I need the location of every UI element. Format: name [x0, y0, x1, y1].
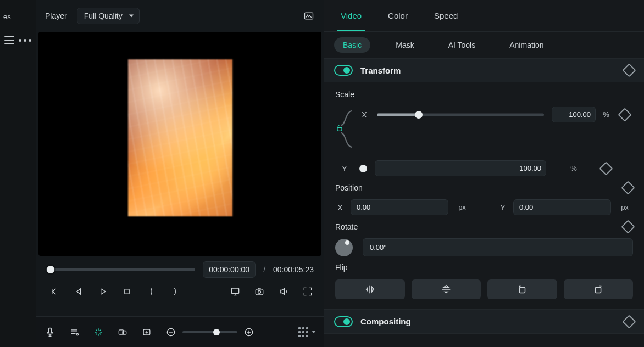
rotate-input[interactable]: 0.00°	[363, 238, 633, 256]
rotate-dial[interactable]	[335, 239, 353, 256]
time-current[interactable]: 00:00:00:00	[203, 261, 256, 278]
auto-enhance-button[interactable]	[92, 326, 104, 338]
quality-dropdown[interactable]: Full Quality	[77, 8, 140, 24]
rotate-cw-button[interactable]	[487, 279, 557, 299]
mark-in-button[interactable]	[145, 286, 157, 298]
rail-row[interactable]	[0, 33, 36, 47]
transform-title: Transform	[360, 66, 401, 75]
svg-rect-3	[256, 289, 263, 295]
scale-x-value[interactable]: 100.00	[552, 107, 596, 122]
flip-controls	[335, 279, 633, 299]
marker-button[interactable]	[141, 326, 153, 338]
play-button[interactable]	[97, 286, 109, 298]
time-separator: /	[263, 265, 265, 274]
rotate-label: Rotate	[335, 222, 358, 231]
position-controls: X 0.00 px Y 0.00 px	[335, 199, 633, 215]
zoom-slider[interactable]	[182, 331, 237, 333]
mark-out-button[interactable]	[169, 286, 181, 298]
snapshot-button[interactable]	[253, 286, 265, 298]
list-icon	[4, 36, 14, 44]
display-settings-button[interactable]	[229, 286, 241, 298]
scale-controls: X 100.00 % Y 100.00 %	[335, 107, 633, 176]
subtab-animation[interactable]: Animation	[501, 37, 552, 53]
tab-speed[interactable]: Speed	[433, 1, 459, 30]
zoom-in-button[interactable]	[243, 326, 255, 338]
zoom-control	[165, 326, 255, 338]
volume-button[interactable]	[277, 286, 290, 298]
compositing-keyframe-button[interactable]	[622, 315, 636, 328]
flip-horizontal-button[interactable]	[335, 279, 405, 299]
svg-rect-12	[337, 127, 342, 131]
view-options-button[interactable]	[298, 327, 316, 337]
subtab-mask[interactable]: Mask	[387, 37, 423, 53]
music-button[interactable]	[68, 326, 80, 338]
svg-point-4	[258, 290, 261, 293]
compositing-toggle[interactable]	[334, 316, 353, 327]
svg-rect-1	[125, 289, 129, 294]
transition-button[interactable]	[116, 326, 129, 338]
bottom-toolbar	[36, 316, 324, 347]
chevron-down-icon	[312, 331, 316, 333]
player-controls: 00:00:00:00 / 00:00:05:23	[36, 256, 324, 316]
transform-keyframe-button[interactable]	[622, 63, 636, 77]
rail-tab-label: es	[0, 0, 36, 33]
scale-x-slider[interactable]	[377, 113, 544, 117]
svg-rect-5	[49, 328, 52, 333]
position-x-input[interactable]: 0.00	[351, 199, 448, 215]
subtab-basic[interactable]: Basic	[334, 37, 370, 53]
flip-label: Flip	[335, 263, 633, 272]
preview-frame	[128, 59, 232, 216]
svg-rect-14	[595, 287, 601, 293]
inspector-tabs: Video Color Speed	[324, 0, 644, 32]
position-x-unit: px	[454, 203, 470, 211]
preview-viewport[interactable]	[38, 32, 321, 256]
position-keyframe-button[interactable]	[621, 181, 635, 194]
transport-bar	[46, 286, 314, 298]
rotate-controls: 0.00°	[335, 238, 633, 256]
rotate-keyframe-button[interactable]	[621, 220, 635, 233]
scale-x-unit: %	[601, 110, 611, 119]
prev-frame-button[interactable]	[48, 286, 60, 298]
rotate-ccw-button[interactable]	[564, 279, 634, 299]
left-rail: es	[0, 0, 36, 347]
subtab-ai[interactable]: AI Tools	[440, 37, 485, 53]
scale-y-label: Y	[335, 164, 354, 173]
more-icon	[19, 39, 31, 42]
tab-color[interactable]: Color	[387, 1, 409, 30]
position-y-input[interactable]: 0.00	[513, 199, 611, 215]
scale-x-label: X	[359, 110, 369, 119]
compositing-title: Compositing	[360, 317, 411, 326]
scale-y-value[interactable]: 100.00	[375, 160, 546, 176]
transform-header: Transform	[324, 58, 644, 82]
fullscreen-button[interactable]	[302, 286, 314, 298]
voiceover-button[interactable]	[44, 326, 56, 338]
scopes-icon[interactable]	[303, 10, 315, 22]
player-label: Player	[45, 12, 67, 20]
scale-lock-button[interactable]	[335, 124, 344, 135]
zoom-out-button[interactable]	[165, 326, 177, 338]
svg-point-6	[76, 333, 78, 335]
scale-y-slider[interactable]	[362, 166, 367, 171]
svg-rect-2	[231, 288, 238, 293]
timeline-slider[interactable]	[46, 267, 195, 272]
time-total: 00:00:05:23	[273, 265, 314, 274]
player-panel: Player Full Quality 00:00:00:00 / 00:00:…	[36, 0, 324, 347]
transform-toggle[interactable]	[334, 65, 353, 76]
stop-button[interactable]	[121, 286, 133, 298]
inspector-subtabs: Basic Mask AI Tools Animation	[324, 32, 644, 58]
inspector-panel: Video Color Speed Basic Mask AI Tools An…	[324, 0, 644, 347]
scale-label: Scale	[335, 90, 633, 99]
scale-y-keyframe-button[interactable]	[599, 161, 613, 175]
position-label: Position	[335, 183, 363, 192]
player-topbar: Player Full Quality	[36, 0, 324, 32]
step-back-button[interactable]	[73, 286, 85, 298]
svg-rect-13	[520, 287, 525, 293]
position-x-label: X	[335, 203, 345, 212]
flip-vertical-button[interactable]	[412, 279, 481, 299]
scale-y-unit: %	[552, 164, 596, 172]
position-y-unit: px	[617, 203, 633, 211]
tab-video[interactable]: Video	[340, 1, 363, 30]
compositing-header: Compositing	[324, 310, 644, 334]
scale-x-keyframe-button[interactable]	[618, 108, 631, 121]
scale-link-bracket	[335, 107, 354, 152]
